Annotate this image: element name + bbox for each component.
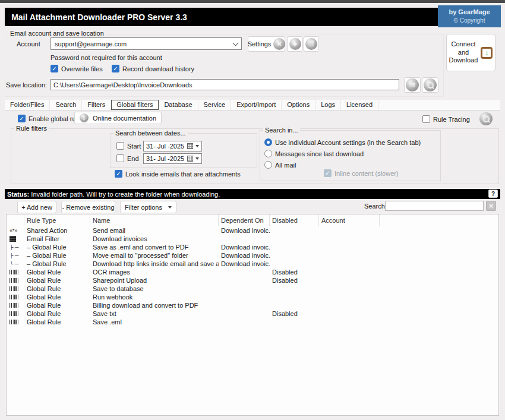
connect-line-3: Download [449, 56, 478, 65]
tree-end-icon: └ ─ [10, 261, 18, 267]
calendar-icon [187, 156, 193, 162]
table-row[interactable]: Global RuleSave txtDisabled [7, 310, 498, 318]
rule-tracing-checkbox[interactable] [422, 115, 430, 123]
table-row[interactable]: Global RuleBilling download and convert … [7, 301, 498, 310]
end-date-checkbox[interactable] [116, 154, 124, 162]
table-row[interactable]: Global RuleOCR imagesDisabled [7, 268, 498, 276]
cell-name: Save txt [90, 310, 219, 317]
table-row[interactable]: Global RuleSave .eml [7, 318, 498, 326]
tab-options[interactable]: Options [282, 100, 315, 110]
end-date-picker[interactable]: 31- Jul -2025 [143, 153, 202, 164]
dates-group-label: Search between dates... [113, 130, 188, 137]
online-documentation-label: Online documentation [93, 115, 156, 122]
filter-options-button[interactable]: Filter options [120, 201, 176, 213]
online-documentation-button[interactable]: i Online documentation [74, 112, 162, 124]
brand-name: by GearMage [449, 8, 490, 17]
rule-tracing-search-button[interactable] [479, 112, 493, 125]
look-inside-checkbox[interactable] [115, 170, 122, 178]
tab-database[interactable]: Database [159, 100, 198, 110]
account-combobox[interactable]: support@gearmage.com [50, 37, 242, 50]
radio-label: Use individual Account settings (in the … [275, 139, 421, 146]
cell-disabled: Disabled [270, 269, 319, 276]
account-label: Account [17, 40, 40, 48]
radio-icon[interactable] [264, 138, 272, 146]
add-new-button[interactable]: + Add new [17, 201, 56, 213]
tab-search[interactable]: Search [50, 100, 82, 110]
column-header-dependent-on[interactable]: Dependent On [219, 214, 270, 226]
browse-folder-button[interactable] [404, 77, 421, 93]
tab-folder-files[interactable]: Folder/Files [5, 100, 50, 110]
barcode-icon [10, 320, 19, 324]
cell-rule-type: Global Rule [24, 302, 90, 309]
preview-folder-button[interactable] [422, 77, 438, 93]
table-row[interactable]: «*»Shared ActionSend emailDownload invoi… [7, 226, 498, 235]
connect-and-download-button[interactable]: Connect and Download ↓ [446, 34, 495, 71]
cell-name: Run webhook [90, 293, 219, 301]
end-date-label: End [127, 155, 139, 162]
help-button[interactable]: ? [488, 190, 498, 198]
rule-filters-group-label: Rule filters [14, 125, 49, 132]
delete-account-button[interactable] [304, 36, 319, 52]
tab-global-filters[interactable]: Global filters [111, 100, 159, 110]
overwrite-files-checkbox[interactable] [50, 65, 58, 72]
cell-rule-type: Email Filter [24, 235, 90, 242]
remove-existing-button[interactable]: - Remove existing [61, 201, 115, 213]
look-inside-label: Look inside emails that are attachments [125, 170, 241, 178]
cell-rule-type: Shared Action [24, 227, 90, 234]
start-date-picker[interactable]: 31- Jul -2025 [143, 141, 202, 151]
cell-rule-type: Global Rule [24, 310, 90, 317]
status-bar: Status: Invalid folder path. Will try to… [5, 189, 500, 199]
cell-name: Send email [90, 227, 219, 234]
inline-content-checkbox[interactable] [324, 169, 332, 177]
cell-name: Download http links inside email and sav… [90, 260, 219, 267]
cell-dependent-on: Download invoic... [219, 252, 270, 259]
barcode-icon [10, 278, 19, 283]
table-row[interactable]: └ ─– Global RuleDownload http links insi… [7, 260, 498, 268]
calendar-icon [187, 143, 193, 149]
radio-icon[interactable] [264, 161, 272, 169]
barcode-icon [10, 311, 19, 316]
table-row[interactable]: Global RuleSharepoint UploadDisabled [7, 276, 498, 285]
column-header-name[interactable]: Name [90, 214, 219, 226]
filter-options-label: Filter options [125, 204, 162, 211]
table-row[interactable]: Global RuleSave to database [7, 285, 498, 293]
radio-option-all-mail[interactable]: All mail [264, 161, 437, 169]
table-row[interactable]: ├ ─– Global RuleSave as .eml and convert… [7, 243, 498, 251]
remove-existing-label: - Remove existing [62, 204, 114, 211]
barcode-icon [10, 303, 19, 308]
radio-icon[interactable] [264, 150, 272, 157]
cell-dependent-on: Download invoic... [219, 244, 270, 251]
column-header-icon[interactable] [7, 214, 24, 226]
cell-name: Save to database [90, 285, 219, 292]
radio-option-use-individual-account-setting[interactable]: Use individual Account settings (in the … [264, 138, 437, 146]
start-date-checkbox[interactable] [116, 142, 124, 150]
radio-label: All mail [275, 162, 296, 169]
column-header-rule-type[interactable]: Rule Type [24, 214, 90, 226]
cell-name: Billing download and convert to PDF [90, 302, 219, 309]
tree-branch-icon: ├ ─ [10, 253, 18, 258]
plus-icon: + [289, 38, 301, 50]
settings-button[interactable]: Settings × [248, 36, 285, 52]
tab-logs[interactable]: Logs [315, 100, 341, 110]
column-header-account[interactable]: Account [319, 214, 380, 226]
rules-search-input[interactable] [385, 201, 484, 211]
cell-name: Download invoices [90, 235, 219, 242]
end-date-value: 31- Jul -2025 [146, 155, 185, 162]
clear-search-button[interactable] [486, 201, 496, 211]
column-header-disabled[interactable]: Disabled [270, 214, 319, 226]
tab-filters[interactable]: Filters [82, 100, 111, 110]
enable-global-rule-filters-checkbox[interactable] [18, 115, 26, 122]
tab-licensed[interactable]: Licensed [341, 100, 378, 110]
tab-export-import[interactable]: Export/Import [231, 100, 282, 110]
record-history-checkbox[interactable] [112, 65, 119, 72]
table-row[interactable]: Global RuleRun webhook [7, 293, 498, 301]
save-location-input[interactable] [50, 79, 399, 90]
table-row[interactable]: ├ ─– Global RuleMove email to "processed… [7, 251, 498, 260]
tab-service[interactable]: Service [198, 100, 232, 110]
radio-option-messages-since-last-download[interactable]: Messages since last download [264, 150, 437, 157]
add-account-button[interactable]: + [287, 36, 303, 52]
cell-name: Move email to "processed" folder [90, 252, 219, 259]
email-account-group-label: Email account and save location [8, 30, 106, 37]
table-row[interactable]: Email FilterDownload invoices [7, 235, 498, 243]
caret-down-icon [195, 145, 199, 147]
